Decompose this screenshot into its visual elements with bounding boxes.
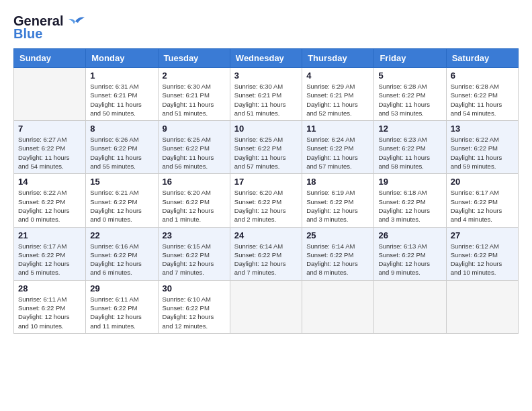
day-info: Sunrise: 6:17 AM Sunset: 6:22 PM Dayligh… xyxy=(18,242,81,277)
day-info: Sunrise: 6:20 AM Sunset: 6:22 PM Dayligh… xyxy=(234,188,298,224)
calendar-cell: 28Sunrise: 6:11 AM Sunset: 6:22 PM Dayli… xyxy=(14,280,86,333)
calendar-week-row: 14Sunrise: 6:22 AM Sunset: 6:22 PM Dayli… xyxy=(14,174,519,227)
day-number: 21 xyxy=(18,230,81,240)
day-number: 29 xyxy=(90,283,153,293)
col-header-thursday: Thursday xyxy=(302,49,374,68)
calendar-cell: 14Sunrise: 6:22 AM Sunset: 6:22 PM Dayli… xyxy=(14,174,86,227)
calendar-cell: 15Sunrise: 6:21 AM Sunset: 6:22 PM Dayli… xyxy=(86,174,158,227)
day-number: 7 xyxy=(18,124,81,134)
day-info: Sunrise: 6:31 AM Sunset: 6:21 PM Dayligh… xyxy=(90,82,153,118)
calendar-cell: 24Sunrise: 6:14 AM Sunset: 6:22 PM Dayli… xyxy=(230,227,302,280)
day-number: 28 xyxy=(18,283,81,293)
day-number: 1 xyxy=(90,71,153,81)
calendar-cell xyxy=(230,280,302,333)
day-info: Sunrise: 6:29 AM Sunset: 6:21 PM Dayligh… xyxy=(306,82,369,118)
day-number: 3 xyxy=(234,71,298,81)
calendar-cell: 29Sunrise: 6:11 AM Sunset: 6:22 PM Dayli… xyxy=(86,280,158,333)
day-number: 18 xyxy=(306,177,369,187)
day-info: Sunrise: 6:19 AM Sunset: 6:22 PM Dayligh… xyxy=(306,188,369,224)
calendar-cell: 19Sunrise: 6:18 AM Sunset: 6:22 PM Dayli… xyxy=(374,174,446,227)
logo-blue-text: Blue xyxy=(13,26,42,42)
day-info: Sunrise: 6:16 AM Sunset: 6:22 PM Dayligh… xyxy=(90,242,153,277)
day-info: Sunrise: 6:15 AM Sunset: 6:22 PM Dayligh… xyxy=(163,242,226,277)
calendar-cell: 2Sunrise: 6:30 AM Sunset: 6:21 PM Daylig… xyxy=(158,68,230,121)
day-info: Sunrise: 6:25 AM Sunset: 6:22 PM Dayligh… xyxy=(234,135,298,171)
day-info: Sunrise: 6:21 AM Sunset: 6:22 PM Dayligh… xyxy=(90,188,153,224)
day-info: Sunrise: 6:12 AM Sunset: 6:22 PM Dayligh… xyxy=(451,242,514,277)
day-number: 10 xyxy=(234,124,298,134)
col-header-monday: Monday xyxy=(86,49,158,68)
calendar-cell: 26Sunrise: 6:13 AM Sunset: 6:22 PM Dayli… xyxy=(374,227,446,280)
calendar-cell: 23Sunrise: 6:15 AM Sunset: 6:22 PM Dayli… xyxy=(158,227,230,280)
day-number: 26 xyxy=(378,230,441,240)
col-header-tuesday: Tuesday xyxy=(158,49,230,68)
day-number: 6 xyxy=(451,71,514,81)
calendar-cell: 1Sunrise: 6:31 AM Sunset: 6:21 PM Daylig… xyxy=(86,68,158,121)
day-number: 23 xyxy=(163,230,226,240)
calendar-week-row: 21Sunrise: 6:17 AM Sunset: 6:22 PM Dayli… xyxy=(14,227,519,280)
calendar-cell xyxy=(446,280,518,333)
day-number: 15 xyxy=(90,177,153,187)
calendar-cell: 17Sunrise: 6:20 AM Sunset: 6:22 PM Dayli… xyxy=(230,174,302,227)
day-info: Sunrise: 6:25 AM Sunset: 6:22 PM Dayligh… xyxy=(163,135,226,171)
calendar-cell: 13Sunrise: 6:22 AM Sunset: 6:22 PM Dayli… xyxy=(446,121,518,174)
calendar-header-row: SundayMondayTuesdayWednesdayThursdayFrid… xyxy=(14,49,519,68)
day-number: 13 xyxy=(451,124,514,134)
day-info: Sunrise: 6:24 AM Sunset: 6:22 PM Dayligh… xyxy=(306,135,369,171)
calendar-cell: 10Sunrise: 6:25 AM Sunset: 6:22 PM Dayli… xyxy=(230,121,302,174)
day-number: 17 xyxy=(234,177,298,187)
calendar-table: SundayMondayTuesdayWednesdayThursdayFrid… xyxy=(13,48,519,334)
calendar-cell: 9Sunrise: 6:25 AM Sunset: 6:22 PM Daylig… xyxy=(158,121,230,174)
calendar-cell: 5Sunrise: 6:28 AM Sunset: 6:22 PM Daylig… xyxy=(374,68,446,121)
calendar-cell: 25Sunrise: 6:14 AM Sunset: 6:22 PM Dayli… xyxy=(302,227,374,280)
day-number: 8 xyxy=(90,124,153,134)
calendar-cell xyxy=(14,68,86,121)
calendar-cell xyxy=(302,280,374,333)
day-info: Sunrise: 6:17 AM Sunset: 6:22 PM Dayligh… xyxy=(451,188,514,224)
day-info: Sunrise: 6:20 AM Sunset: 6:22 PM Dayligh… xyxy=(163,188,226,224)
day-number: 16 xyxy=(163,177,226,187)
day-number: 30 xyxy=(163,283,226,293)
col-header-sunday: Sunday xyxy=(14,49,86,68)
calendar-cell: 3Sunrise: 6:30 AM Sunset: 6:21 PM Daylig… xyxy=(230,68,302,121)
day-number: 25 xyxy=(306,230,369,240)
day-info: Sunrise: 6:27 AM Sunset: 6:22 PM Dayligh… xyxy=(18,135,81,171)
day-info: Sunrise: 6:28 AM Sunset: 6:22 PM Dayligh… xyxy=(451,82,514,118)
calendar-week-row: 7Sunrise: 6:27 AM Sunset: 6:22 PM Daylig… xyxy=(14,121,519,174)
calendar-cell: 6Sunrise: 6:28 AM Sunset: 6:22 PM Daylig… xyxy=(446,68,518,121)
day-info: Sunrise: 6:23 AM Sunset: 6:22 PM Dayligh… xyxy=(378,135,441,171)
day-info: Sunrise: 6:18 AM Sunset: 6:22 PM Dayligh… xyxy=(378,188,441,224)
day-number: 20 xyxy=(451,177,514,187)
logo-bird-icon xyxy=(66,15,85,28)
calendar-cell: 30Sunrise: 6:10 AM Sunset: 6:22 PM Dayli… xyxy=(158,280,230,333)
day-info: Sunrise: 6:22 AM Sunset: 6:22 PM Dayligh… xyxy=(451,135,514,171)
calendar-week-row: 1Sunrise: 6:31 AM Sunset: 6:21 PM Daylig… xyxy=(14,68,519,121)
day-info: Sunrise: 6:11 AM Sunset: 6:22 PM Dayligh… xyxy=(18,295,81,330)
day-number: 19 xyxy=(378,177,441,187)
calendar-cell: 11Sunrise: 6:24 AM Sunset: 6:22 PM Dayli… xyxy=(302,121,374,174)
calendar-cell: 22Sunrise: 6:16 AM Sunset: 6:22 PM Dayli… xyxy=(86,227,158,280)
day-info: Sunrise: 6:30 AM Sunset: 6:21 PM Dayligh… xyxy=(234,82,298,118)
calendar-cell: 12Sunrise: 6:23 AM Sunset: 6:22 PM Dayli… xyxy=(374,121,446,174)
calendar-cell: 27Sunrise: 6:12 AM Sunset: 6:22 PM Dayli… xyxy=(446,227,518,280)
day-number: 5 xyxy=(378,71,441,81)
page-header: General Blue xyxy=(13,13,519,42)
day-info: Sunrise: 6:14 AM Sunset: 6:22 PM Dayligh… xyxy=(234,242,298,277)
calendar-cell: 4Sunrise: 6:29 AM Sunset: 6:21 PM Daylig… xyxy=(302,68,374,121)
day-number: 2 xyxy=(163,71,226,81)
day-number: 9 xyxy=(163,124,226,134)
day-info: Sunrise: 6:10 AM Sunset: 6:22 PM Dayligh… xyxy=(163,295,226,330)
col-header-friday: Friday xyxy=(374,49,446,68)
col-header-saturday: Saturday xyxy=(446,49,518,68)
day-number: 4 xyxy=(306,71,369,81)
day-info: Sunrise: 6:28 AM Sunset: 6:22 PM Dayligh… xyxy=(378,82,441,118)
logo: General Blue xyxy=(13,13,85,42)
day-number: 27 xyxy=(451,230,514,240)
calendar-cell xyxy=(374,280,446,333)
day-info: Sunrise: 6:30 AM Sunset: 6:21 PM Dayligh… xyxy=(163,82,226,118)
col-header-wednesday: Wednesday xyxy=(230,49,302,68)
calendar-cell: 21Sunrise: 6:17 AM Sunset: 6:22 PM Dayli… xyxy=(14,227,86,280)
day-info: Sunrise: 6:13 AM Sunset: 6:22 PM Dayligh… xyxy=(378,242,441,277)
day-number: 12 xyxy=(378,124,441,134)
calendar-cell: 18Sunrise: 6:19 AM Sunset: 6:22 PM Dayli… xyxy=(302,174,374,227)
